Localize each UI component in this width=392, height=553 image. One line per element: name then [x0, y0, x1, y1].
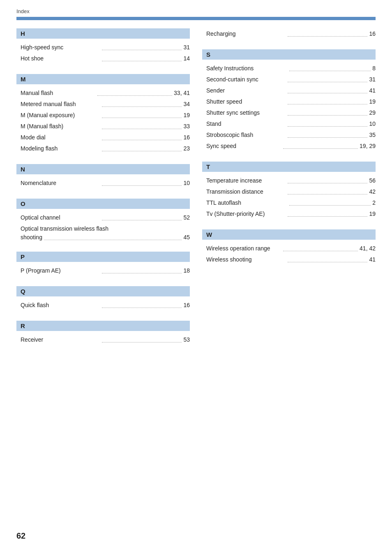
entry-label: Nomenclature	[21, 179, 100, 187]
entry-page: 35	[369, 131, 376, 139]
entry-label: Tv (Shutter-priority AE)	[206, 210, 286, 218]
list-item: Wireless shooting 41	[202, 254, 376, 265]
entry-label: Metered manual flash	[21, 100, 100, 109]
section-header-R: R	[16, 321, 190, 331]
entry-label: Shutter sync settings	[206, 109, 286, 117]
list-item: Safety Instructions 8	[202, 63, 376, 74]
list-item: Hot shoe 14	[16, 53, 190, 64]
entry-page: 19	[369, 210, 376, 218]
section-header-N: N	[16, 164, 190, 174]
list-item: Metered manual flash 34	[16, 99, 190, 110]
entry-page: 34	[183, 100, 190, 109]
entry-page: 41, 42	[360, 244, 376, 253]
list-item: Transmission distance 42	[202, 186, 376, 197]
list-item: Shutter speed 19	[202, 96, 376, 107]
dots	[102, 100, 182, 107]
blue-bar	[16, 17, 376, 20]
list-item: High-speed sync 31	[16, 42, 190, 53]
left-column: H High-speed sync 31 Hot shoe 14 M Manua…	[16, 28, 202, 355]
dots	[288, 30, 367, 37]
entry-page: 29	[369, 109, 376, 117]
entry-label: Transmission distance	[206, 187, 286, 196]
dots	[288, 255, 367, 262]
dots	[288, 210, 367, 217]
entry-page: 23	[183, 144, 190, 153]
list-item: Temperature increase 56	[202, 175, 376, 186]
dots	[102, 301, 182, 308]
entry-page: 14	[183, 54, 190, 63]
entry-label: TTL autoflash	[206, 199, 288, 207]
section-N: N Nomenclature 10	[16, 164, 190, 189]
dots	[102, 122, 182, 129]
list-item: Shutter sync settings 29	[202, 107, 376, 118]
list-item: Optical channel 52	[16, 212, 190, 223]
dots	[102, 266, 182, 273]
list-item: Stand 10	[202, 118, 376, 130]
section-H: H High-speed sync 31 Hot shoe 14	[16, 28, 190, 64]
list-item: Second-curtain sync 31	[202, 74, 376, 85]
list-item: M (Manual exposure) 19	[16, 110, 190, 121]
section-M: M Manual flash 33, 41 Metered manual fla…	[16, 74, 190, 154]
section-header-T: T	[202, 162, 376, 172]
entry-page: 10	[369, 120, 376, 128]
section-R: R Receiver 53	[16, 321, 190, 345]
entry-label: Recharging	[206, 30, 286, 38]
entry-page: 19	[183, 111, 190, 120]
entry-label: M (Manual flash)	[21, 122, 100, 131]
section-header-M: M	[16, 74, 190, 84]
entry-page: 42	[369, 187, 376, 196]
entry-label: Modeling flash	[21, 144, 100, 153]
section-P: P P (Program AE) 18	[16, 252, 190, 276]
entry-page: 16	[369, 30, 376, 38]
list-item: Recharging 16	[202, 28, 376, 39]
list-item: Wireless operation range 41, 42	[202, 243, 376, 254]
entry-page: 56	[369, 176, 376, 185]
dots	[288, 109, 367, 116]
right-column: Recharging 16 S Safety Instructions 8 Se…	[202, 28, 376, 355]
entry-label: Sync speed	[206, 142, 281, 150]
dots	[102, 144, 182, 151]
section-Q: Q Quick flash 16	[16, 286, 190, 311]
entry-page: 10	[183, 179, 190, 187]
entry-label: Hot shoe	[21, 54, 100, 63]
section-header-Q: Q	[16, 286, 190, 296]
entry-label: Stand	[206, 120, 286, 128]
page-number: 62	[16, 531, 25, 541]
list-item: Quick flash 16	[16, 300, 190, 311]
entry-page: 53	[183, 336, 190, 344]
dots	[97, 89, 173, 96]
list-item: Sync speed 19, 29	[202, 141, 376, 152]
entry-label: shooting	[21, 233, 42, 242]
entry-label: Wireless shooting	[206, 255, 286, 264]
section-header-W: W	[202, 229, 376, 240]
page-label: Index	[16, 8, 376, 14]
entry-page: 31	[369, 75, 376, 84]
entry-page: 19	[369, 97, 376, 106]
list-item: P (Program AE) 18	[16, 265, 190, 276]
dots	[288, 86, 367, 93]
entry-label: Second-curtain sync	[206, 75, 286, 84]
entry-label: Quick flash	[21, 301, 100, 310]
list-item: Manual flash 33, 41	[16, 88, 190, 99]
entry-page: 52	[183, 213, 190, 222]
list-item: Sender 41	[202, 85, 376, 96]
entry-page: 2	[372, 199, 376, 207]
entry-label: Safety Instructions	[206, 64, 288, 73]
dots	[283, 244, 358, 251]
entry-label: Manual flash	[21, 89, 96, 97]
two-column-layout: H High-speed sync 31 Hot shoe 14 M Manua…	[16, 28, 376, 355]
dots	[102, 336, 182, 342]
entry-page: 45	[183, 233, 190, 242]
entry-page: 8	[372, 64, 376, 73]
dots	[288, 187, 367, 194]
dots	[102, 111, 182, 118]
entry-label: Wireless operation range	[206, 244, 281, 253]
dots	[288, 131, 367, 138]
entry-page: 18	[183, 266, 190, 275]
entry-page: 16	[183, 301, 190, 310]
entry-label: Receiver	[21, 336, 100, 344]
entry-label: Shutter speed	[206, 97, 286, 106]
section-W: W Wireless operation range 41, 42 Wirele…	[202, 229, 376, 265]
section-R2: Recharging 16	[202, 28, 376, 39]
dots	[102, 43, 182, 50]
